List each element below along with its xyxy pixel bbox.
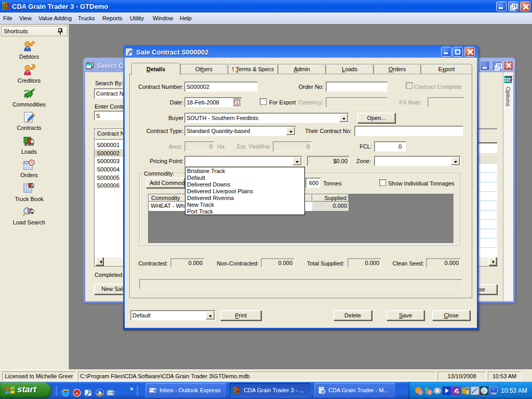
svg-text:1: 1 [236,101,238,105]
